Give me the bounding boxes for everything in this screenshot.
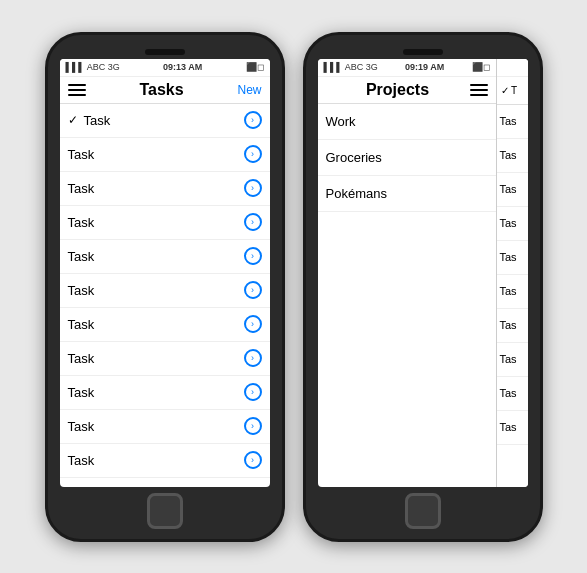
arrow-circle-6[interactable]: › [244,281,262,299]
task-item-2[interactable]: Task › [60,138,270,172]
task-label-10: Task [68,419,95,434]
task-item-left-1: ✓ Task [68,113,111,128]
task-label-9: Task [68,385,95,400]
speaker-1 [145,49,185,55]
task-label-7: Task [68,317,95,332]
new-button-1[interactable]: New [237,83,261,97]
nav-bar-2: Projects [318,77,496,104]
speaker-2 [403,49,443,55]
task-label-3: Task [68,181,95,196]
task-list-1: ✓ Task › Task › Task › Task › [60,104,270,487]
checkmark-1: ✓ [68,113,78,127]
hamburger-icon-2[interactable] [470,84,488,96]
screen-2: ▌▌▌ ABC 3G 09:19 AM ⬛◻ Projects Work [318,59,528,487]
arrow-circle-9[interactable]: › [244,383,262,401]
arrow-circle-1[interactable]: › [244,111,262,129]
task-item-5[interactable]: Task › [60,240,270,274]
status-right-2: ⬛◻ [472,62,490,72]
arrow-circle-8[interactable]: › [244,349,262,367]
task-item-3[interactable]: Task › [60,172,270,206]
project-item-work[interactable]: Work [318,104,496,140]
task-item-10[interactable]: Task › [60,410,270,444]
partial-task-2: Tas [497,139,528,173]
partial-task-5: Tas [497,241,528,275]
task-label-4: Task [68,215,95,230]
task-label-8: Task [68,351,95,366]
arrow-circle-11[interactable]: › [244,451,262,469]
arrow-circle-5[interactable]: › [244,247,262,265]
task-label-5: Task [68,249,95,264]
phone-2: ▌▌▌ ABC 3G 09:19 AM ⬛◻ Projects Work [303,32,543,542]
status-left-1: ▌▌▌ ABC 3G [66,62,120,72]
task-item-1[interactable]: ✓ Task › [60,104,270,138]
partial-task-4: Tas [497,207,528,241]
task-item-6[interactable]: Task › [60,274,270,308]
partial-task-9: Tas [497,377,528,411]
status-bar-1: ▌▌▌ ABC 3G 09:13 AM ⬛◻ [60,59,270,77]
project-list: Work Groceries Pokémans [318,104,496,487]
task-label-6: Task [68,283,95,298]
task-item-8[interactable]: Task › [60,342,270,376]
status-right-1: ⬛◻ [246,62,264,72]
partial-task-8: Tas [497,343,528,377]
project-item-groceries[interactable]: Groceries [318,140,496,176]
nav-title-1: Tasks [139,81,183,99]
status-time-1: 09:13 AM [163,62,202,72]
partial-task-6: Tas [497,275,528,309]
nav-title-2: Projects [326,81,470,99]
arrow-circle-3[interactable]: › [244,179,262,197]
arrow-circle-10[interactable]: › [244,417,262,435]
status-left-2: ▌▌▌ ABC 3G [324,62,378,72]
partial-check: ✓ T [501,85,518,96]
partial-tasks-col: ✓ T Tas Tas Tas Tas Tas Tas Tas Tas Tas … [496,59,528,487]
project-label-work: Work [326,114,356,129]
arrow-circle-7[interactable]: › [244,315,262,333]
project-item-pokemans[interactable]: Pokémans [318,176,496,212]
home-button-2[interactable] [405,493,441,529]
task-item-4[interactable]: Task › [60,206,270,240]
task-item-11[interactable]: Task › [60,444,270,478]
arrow-circle-4[interactable]: › [244,213,262,231]
project-label-pokemans: Pokémans [326,186,387,201]
projects-main: ▌▌▌ ABC 3G 09:19 AM ⬛◻ Projects Work [318,59,496,487]
nav-bar-1: Tasks New [60,77,270,104]
arrow-circle-2[interactable]: › [244,145,262,163]
screen-1: ▌▌▌ ABC 3G 09:13 AM ⬛◻ Tasks New ✓ Task [60,59,270,487]
task-item-7[interactable]: Task › [60,308,270,342]
project-label-groceries: Groceries [326,150,382,165]
phone-1: ▌▌▌ ABC 3G 09:13 AM ⬛◻ Tasks New ✓ Task [45,32,285,542]
hamburger-icon-1[interactable] [68,84,86,96]
partial-task-1: Tas [497,105,528,139]
task-label-2: Task [68,147,95,162]
phones-container: ▌▌▌ ABC 3G 09:13 AM ⬛◻ Tasks New ✓ Task [45,32,543,542]
status-time-2: 09:19 AM [405,62,444,72]
task-item-9[interactable]: Task › [60,376,270,410]
home-button-1[interactable] [147,493,183,529]
status-bar-2: ▌▌▌ ABC 3G 09:19 AM ⬛◻ [318,59,496,77]
partial-task-7: Tas [497,309,528,343]
task-label-11: Task [68,453,95,468]
partial-task-10: Tas [497,411,528,445]
task-label-1: Task [84,113,111,128]
partial-task-3: Tas [497,173,528,207]
